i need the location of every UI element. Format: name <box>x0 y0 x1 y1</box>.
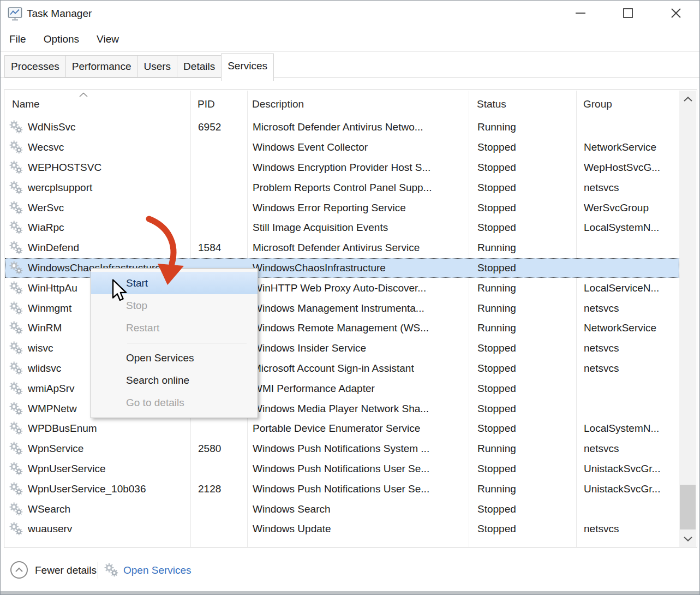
service-name: WerSvc <box>28 202 64 214</box>
scroll-up-button[interactable] <box>679 91 696 107</box>
chevron-up-icon <box>683 96 693 102</box>
fewer-details-label[interactable]: Fewer details <box>35 564 97 576</box>
service-gear-icon <box>9 261 23 275</box>
service-name: WpnUserService <box>28 463 106 475</box>
service-gear-icon <box>9 120 23 134</box>
minimize-button[interactable] <box>562 1 599 26</box>
service-name: wlidsvc <box>28 362 61 374</box>
service-group-cell: NetworkService <box>577 319 679 338</box>
service-group-cell: LocalSystemN... <box>577 218 679 237</box>
menu-view[interactable]: View <box>94 32 121 46</box>
service-pid-cell <box>192 178 248 197</box>
service-status-cell: Stopped <box>470 158 577 177</box>
fewer-details-toggle[interactable] <box>10 561 28 579</box>
service-name-cell: WPDBusEnum <box>5 419 192 438</box>
service-group-cell <box>577 239 679 258</box>
service-pid-cell: 2580 <box>192 439 248 459</box>
service-name: WinHttpAu <box>28 282 77 294</box>
column-header-name[interactable]: Name <box>5 91 191 117</box>
scroll-down-button[interactable] <box>679 531 696 547</box>
table-row[interactable]: wuauserv Windows Update Stopped netsvcs <box>5 519 679 539</box>
service-description-cell: Microsoft Defender Antivirus Netwo... <box>248 118 470 137</box>
tab-details[interactable]: Details <box>177 55 222 78</box>
table-row[interactable]: WpnUserService_10b036 2128 Windows Push … <box>5 479 679 499</box>
service-pid-cell <box>192 138 248 157</box>
service-name: WMPNetw <box>28 403 77 415</box>
maximize-button[interactable] <box>609 1 647 26</box>
table-row[interactable]: Wecsvc Windows Event Collector Stopped N… <box>5 138 679 158</box>
vertical-scrollbar[interactable] <box>679 91 696 547</box>
service-pid-cell <box>192 520 248 539</box>
service-name: WiaRpc <box>28 222 64 234</box>
service-gear-icon <box>9 221 23 235</box>
tab-performance[interactable]: Performance <box>65 55 138 78</box>
service-status-cell: Running <box>470 278 577 297</box>
close-button[interactable] <box>657 1 695 26</box>
table-row[interactable]: WEPHOSTSVC Windows Encryption Provider H… <box>5 158 679 178</box>
service-description-cell: Microsoft Account Sign-in Assistant <box>248 359 470 378</box>
tab-services[interactable]: Services <box>221 53 274 81</box>
open-services-link[interactable]: Open Services <box>123 564 192 576</box>
service-name-cell: WiaRpc <box>5 218 192 237</box>
minimize-icon <box>575 7 587 19</box>
column-header-group[interactable]: Group <box>577 91 679 117</box>
service-description-cell: Problem Reports Control Panel Supp... <box>248 178 470 197</box>
service-name: Wecsvc <box>28 141 64 153</box>
service-gear-icon <box>9 482 23 496</box>
service-status-cell: Stopped <box>470 460 577 479</box>
footer-bar: Fewer details Open Services <box>4 548 697 592</box>
service-group-cell: LocalSystemN... <box>577 419 679 438</box>
service-status-cell: Stopped <box>470 399 577 418</box>
table-row[interactable]: WPDBusEnum Portable Device Enumerator Se… <box>5 419 679 439</box>
table-row[interactable]: WpnUserService Windows Push Notification… <box>5 459 679 479</box>
menu-bar: File Options View <box>1 27 699 52</box>
service-status-cell: Stopped <box>470 259 577 278</box>
service-gear-icon <box>9 341 23 355</box>
menu-item-restart: Restart <box>91 317 258 339</box>
table-row[interactable]: wercplsupport Problem Reports Control Pa… <box>5 177 679 198</box>
menu-item-open-services[interactable]: Open Services <box>91 347 258 369</box>
tab-users[interactable]: Users <box>137 55 177 78</box>
service-gear-icon <box>9 281 23 295</box>
service-group-cell: netsvcs <box>577 359 679 378</box>
service-name: WinDefend <box>28 242 79 254</box>
table-row[interactable]: WdNisSvc 6952 Microsoft Defender Antivir… <box>5 117 679 138</box>
service-status-cell: Running <box>470 319 577 338</box>
service-group-cell: WepHostSvcG... <box>577 158 679 177</box>
service-group-cell: netsvcs <box>577 178 679 197</box>
service-gear-icon <box>9 181 23 195</box>
column-header-status[interactable]: Status <box>469 91 577 117</box>
column-header-description[interactable]: Description <box>248 91 469 117</box>
menu-item-search-online[interactable]: Search online <box>91 369 258 391</box>
service-name: wuauserv <box>28 523 72 535</box>
service-status-cell: Stopped <box>470 499 577 519</box>
service-pid-cell: 1584 <box>192 239 248 258</box>
service-name: WdNisSvc <box>28 121 76 133</box>
menu-file[interactable]: File <box>7 32 28 46</box>
table-row[interactable]: WiaRpc Still Image Acquisition Events St… <box>5 218 679 238</box>
table-row[interactable]: WerSvc Windows Error Reporting Service S… <box>5 198 679 218</box>
service-pid-cell <box>192 218 248 237</box>
service-description-cell: WindowsChaosInfrastructure <box>248 259 470 278</box>
service-gear-icon <box>9 402 23 416</box>
table-row[interactable]: WSearch Windows Search Stopped <box>5 499 679 519</box>
table-row[interactable]: WinDefend 1584 Microsoft Defender Antivi… <box>5 238 679 258</box>
service-description-cell: Windows Search <box>248 499 470 519</box>
tab-processes[interactable]: Processes <box>4 55 66 78</box>
service-group-cell <box>577 259 679 278</box>
service-status-cell: Stopped <box>470 178 577 197</box>
window-bottom-edge <box>1 591 699 594</box>
column-header-pid[interactable]: PID <box>191 91 248 117</box>
service-description-cell: Windows Event Collector <box>248 138 470 157</box>
service-gear-icon <box>9 522 23 536</box>
scrollbar-thumb[interactable] <box>680 485 696 529</box>
service-name: wisvc <box>28 342 53 354</box>
service-name-cell: wuauserv <box>5 520 192 539</box>
service-gear-icon <box>9 462 23 476</box>
menu-options[interactable]: Options <box>41 32 81 46</box>
service-description-cell: Windows Push Notifications User Se... <box>248 479 470 498</box>
service-name: WinRM <box>28 322 62 334</box>
table-row[interactable]: WpnService 2580 Windows Push Notificatio… <box>5 439 679 459</box>
menu-item-start[interactable]: Start <box>91 272 258 294</box>
service-description-cell: Windows Media Player Network Sha... <box>248 399 470 418</box>
